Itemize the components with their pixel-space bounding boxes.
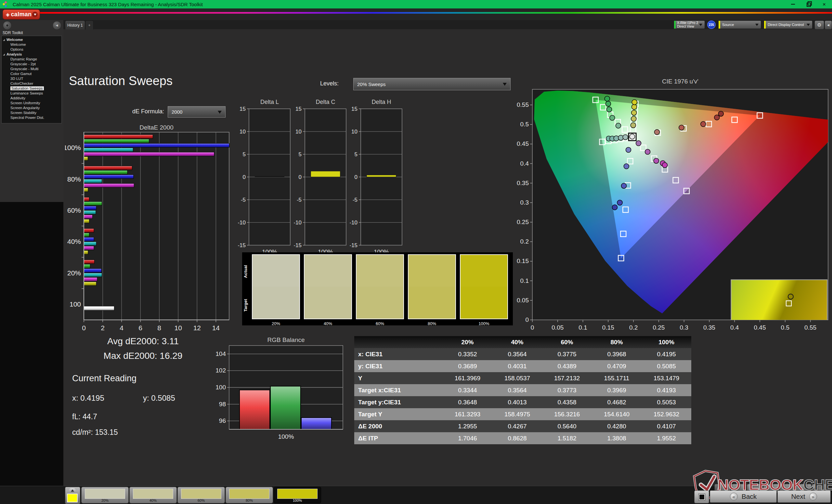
de-formula-label: dE Formula:: [107, 108, 164, 115]
restore-button[interactable]: [801, 0, 816, 8]
tab-history-1[interactable]: History 1: [65, 21, 85, 30]
sidebar-item-grayscale-multi[interactable]: Grayscale - Multi: [2, 66, 61, 72]
display-control-dropdown[interactable]: Direct Display Control: [764, 21, 812, 29]
table-cell: 0.5640: [542, 420, 592, 432]
sidebar-item-screen-uniformity[interactable]: Screen Uniformity: [2, 101, 61, 106]
chevron-down-icon: [32, 12, 38, 17]
sidebar-collapse-button[interactable]: ◀: [53, 22, 61, 29]
sidebar-item-luminance-sweeps[interactable]: Luminance Sweeps: [2, 91, 61, 96]
table-cell: 0.3352: [443, 348, 492, 360]
sidebar-item-color-gamut[interactable]: Color Gamut: [2, 72, 61, 76]
workflow-tree: WelcomeWelcomeOptionsAnalysisDynamic Ran…: [1, 36, 62, 123]
svg-text:5: 5: [355, 151, 358, 158]
row-label: Target y:CIE31: [354, 396, 443, 408]
table-cell: 0.4280: [592, 420, 642, 432]
chevron-down-icon: [699, 24, 702, 26]
patch-thumb-100%[interactable]: 100%: [274, 487, 321, 503]
svg-text:6: 6: [138, 324, 142, 332]
add-tab-button[interactable]: +: [85, 21, 94, 30]
svg-text:40%: 40%: [67, 238, 81, 245]
collapse-panel-button[interactable]: ◀: [825, 21, 832, 30]
patch-thumb-20%[interactable]: 20%: [81, 487, 129, 503]
page-title: Saturation Sweeps: [69, 74, 173, 88]
table-cell: 0.4013: [492, 396, 542, 408]
svg-text:0: 0: [531, 324, 534, 331]
svg-text:0.15: 0.15: [517, 257, 529, 264]
sidebar-item-additivity[interactable]: Additivity: [2, 96, 61, 101]
sidebar-item-welcome[interactable]: Welcome: [2, 37, 61, 42]
expand-icon: [3, 54, 5, 56]
sidebar-item-saturation-sweeps[interactable]: Saturation Sweeps: [2, 86, 61, 91]
svg-text:60%: 60%: [67, 206, 81, 214]
swatch-label: 40%: [304, 321, 352, 326]
svg-text:15: 15: [239, 106, 246, 112]
sidebar-item-dynamic-range[interactable]: Dynamic Range: [2, 57, 61, 62]
svg-text:-5: -5: [353, 197, 358, 203]
table-cell: 0.3775: [542, 348, 592, 360]
chevron-down-icon: [755, 24, 758, 26]
meter-dropdown[interactable]: X-Rite i1Pro 2 Direct View: [674, 21, 705, 29]
swatch-scroll-panel: [65, 487, 80, 504]
table-row: Target y:CIE310.36480.40130.43580.46820.…: [354, 396, 691, 408]
table-cell: 0.8628: [492, 432, 542, 444]
svg-text:0.35: 0.35: [517, 179, 529, 187]
sidebar-item-colorchecker[interactable]: ColorChecker: [2, 81, 61, 86]
sidebar-pin-button[interactable]: [3, 22, 11, 29]
de-formula-dropdown[interactable]: 2000: [168, 106, 226, 117]
meter-count-badge[interactable]: 235: [707, 21, 716, 29]
svg-text:0.35: 0.35: [703, 324, 715, 331]
source-dropdown[interactable]: Source: [718, 21, 761, 29]
sidebar-item-screen-stability[interactable]: Screen Stability: [2, 110, 61, 115]
sidebar-item-analysis[interactable]: Analysis: [2, 52, 61, 57]
svg-text:10: 10: [175, 324, 182, 332]
next-label: Next: [791, 493, 805, 500]
table-cell: 1.7046: [443, 432, 492, 444]
swatch-target: [253, 287, 299, 318]
arrow-up-icon: [71, 489, 74, 492]
svg-text:0: 0: [525, 316, 529, 323]
close-button[interactable]: ×: [816, 0, 832, 8]
table-cell: 0.4193: [642, 384, 691, 396]
levels-dropdown[interactable]: 20% Sweeps: [353, 78, 511, 90]
target-row-label: Target: [243, 291, 248, 320]
swatch-target: [357, 287, 403, 318]
patch-thumb-40%[interactable]: 40%: [129, 487, 177, 503]
patch-thumb-60%[interactable]: 60%: [178, 487, 225, 503]
calman-diamond-icon: ◈: [6, 12, 10, 18]
calman-menu-button[interactable]: ◈ calman: [3, 9, 40, 20]
sidebar-item-grayscale-2pt[interactable]: Grayscale - 2pt: [2, 62, 61, 66]
back-button[interactable]: « Back: [710, 491, 777, 503]
svg-text:0.55: 0.55: [804, 324, 816, 331]
minimize-button[interactable]: [785, 0, 801, 8]
column-header: 80%: [592, 336, 642, 348]
sidebar-item-spectral-power-dist-[interactable]: Spectral Power Dist.: [2, 115, 61, 120]
next-button[interactable]: Next »: [777, 491, 831, 503]
sidebar-item-screen-angularity[interactable]: Screen Angularity: [2, 106, 61, 110]
table-cell: 0.3564: [492, 348, 542, 360]
svg-text:0.05: 0.05: [517, 297, 529, 304]
svg-text:8: 8: [157, 324, 161, 332]
svg-text:0.45: 0.45: [754, 324, 766, 331]
settings-button[interactable]: ⚙: [814, 21, 824, 30]
row-label: ΔE 2000: [354, 420, 443, 432]
table-cell: 0.3648: [443, 396, 492, 408]
sidebar-item-welcome[interactable]: Welcome: [2, 42, 61, 47]
swatch-actual: [461, 255, 507, 287]
window-title: Calman 2025 Calman Ultimate for Business…: [13, 2, 203, 7]
levels-value: 20% Sweeps: [357, 82, 386, 87]
stop-button[interactable]: [694, 491, 709, 503]
svg-text:0.3: 0.3: [520, 199, 529, 206]
sidebar-item-label: Dynamic Range: [10, 57, 37, 61]
sidebar-item-options[interactable]: Options: [2, 47, 61, 52]
table-row: Target x:CIE310.33440.35640.37730.39690.…: [354, 384, 691, 396]
sidebar-item-3d-lut[interactable]: 3D LUT: [2, 76, 61, 81]
column-header: [354, 336, 443, 348]
scroll-up-button[interactable]: [69, 488, 76, 493]
sidebar-item-label: Options: [10, 48, 23, 51]
cie-1976-chart: 00.050.10.150.20.250.30.350.40.450.50.55…: [517, 77, 831, 334]
patch-thumb-80%[interactable]: 80%: [226, 487, 273, 503]
thumb-label: 80%: [226, 499, 273, 502]
column-header: 100%: [642, 336, 691, 348]
svg-text:5: 5: [299, 151, 302, 158]
column-header: 20%: [443, 336, 492, 348]
